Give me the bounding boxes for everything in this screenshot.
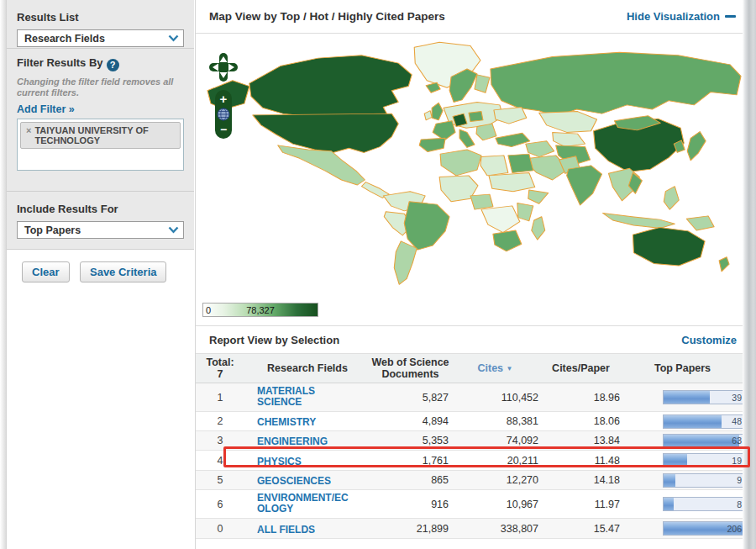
map-region-north-africa[interactable] [440,150,481,176]
map-region-libya[interactable] [480,156,508,176]
total-header: Total: 7 [196,354,244,383]
help-icon[interactable]: ? [107,59,119,71]
map-region-indonesia[interactable] [603,213,675,228]
map-region-usa[interactable] [253,113,398,152]
map-region-mexico[interactable] [278,145,365,185]
close-icon[interactable]: × [26,125,31,135]
top-papers-value: 39 [732,393,742,403]
map-region-egypt[interactable] [508,154,533,172]
docs-cell: 5,827 [370,392,450,404]
map-region-russia[interactable] [491,52,741,116]
map-region-nigeria[interactable] [470,194,493,209]
field-link[interactable]: ALL FIELDS [257,525,315,536]
map-region-ethiopia[interactable] [528,190,549,203]
hide-visualization-link[interactable]: Hide Visualization [627,10,736,23]
filter-heading-text: Filter Results By [17,56,103,69]
sidebar: Results List Research Fields Filter Resu… [7,0,194,549]
column-header-top-papers[interactable]: Top Papers [622,360,743,377]
field-link[interactable]: GEOSCIENCES [257,476,331,487]
zoom-control[interactable]: + − [215,90,232,139]
save-criteria-button[interactable]: Save Criteria [80,261,167,282]
map-region-iceland[interactable] [426,82,440,92]
map-region-italy[interactable] [459,129,475,147]
vertical-scrollbar[interactable] [743,0,756,549]
docs-cell: 5,353 [370,435,450,446]
results-list-heading: Results List [17,11,184,24]
docs-cell: 1,761 [370,455,450,467]
column-header-wos-documents[interactable]: Web of Science Documents [370,354,450,383]
top-papers-bar: 63 [663,434,743,448]
table-row: 2 CHEMISTRY 4,894 88,381 18.06 48 [196,412,743,431]
map-region-madagascar[interactable] [532,217,545,240]
zoom-in-icon[interactable]: + [220,92,228,106]
map-region-central-africa[interactable] [481,206,520,233]
world-choropleth-map [201,39,745,291]
map-region-ireland[interactable] [424,111,432,120]
map-region-argentina[interactable] [394,241,417,284]
filter-heading: Filter Results By? [17,56,184,71]
column-header-research-fields[interactable]: Research Fields [244,360,370,377]
zoom-out-icon[interactable]: − [220,123,227,136]
cites-per-paper-cell: 11.97 [540,499,622,510]
top-papers-value: 9 [737,475,742,485]
results-list-dropdown[interactable]: Research Fields [17,29,184,47]
map-region-sudan-band[interactable] [489,172,535,191]
column-header-cites-per-paper[interactable]: Cites/Paper [540,360,622,377]
rank-cell: 0 [196,523,244,535]
map-region-poland[interactable] [469,112,483,122]
total-value: 7 [196,368,244,380]
add-filter-link[interactable]: Add Filter » [17,103,75,115]
filter-tag: × TAIYUAN UNIVERSITY OF TECHNOLOGY [20,122,181,149]
top-papers-value: 19 [732,456,742,466]
include-results-dropdown[interactable]: Top Papers [17,221,184,239]
map-region-png[interactable] [686,216,714,230]
map-region-new-zealand[interactable] [719,257,729,272]
map-legend: 0 78,327 [202,303,318,317]
map-region-brazil[interactable] [404,202,449,250]
map-region-balkans[interactable] [476,124,496,140]
map-region-japan[interactable] [687,132,706,161]
clear-button[interactable]: Clear [22,261,70,282]
field-link[interactable]: CHEMISTRY [257,417,316,428]
field-link[interactable]: PHYSICS [257,457,302,467]
map-region-middle-east[interactable] [526,141,554,157]
map-region-turkey[interactable] [496,133,530,146]
pan-control[interactable] [209,53,238,82]
include-results-heading: Include Results For [17,203,184,215]
cites-cell: 110,452 [450,392,540,404]
map-region-canada[interactable] [249,55,412,119]
table-row: 5 GEOSCIENCES 865 12,270 14.18 9 [196,471,743,490]
field-link[interactable]: ENGINEERING [257,436,328,447]
filter-tag-label: TAIYUAN UNIVERSITY OF TECHNOLOGY [34,125,176,145]
map-region-uk[interactable] [432,103,443,120]
filter-section: Filter Results By? Changing the filter f… [7,49,194,192]
report-view-title: Report View by Selection [209,334,339,346]
map-region-australia[interactable] [633,228,705,266]
top-papers-value: 8 [737,499,742,509]
table-row: 3 ENGINEERING 5,353 74,092 13.84 63 [196,431,743,451]
map-region-finland[interactable] [475,75,490,92]
include-results-value: Top Papers [24,224,81,236]
column-header-cites[interactable]: Cites ▼ [450,360,540,377]
rank-cell: 4 [196,455,244,467]
active-filters-box: × TAIYUAN UNIVERSITY OF TECHNOLOGY [17,119,184,171]
report-header: Report View by Selection Customize [196,325,743,353]
field-link[interactable]: ENVIRONMENT/ECOLOGY [257,493,351,515]
customize-link[interactable]: Customize [681,334,737,346]
map-region-kazakhstan[interactable] [539,112,597,133]
map-region-east-africa[interactable] [517,203,533,220]
rank-cell: 3 [196,435,244,446]
table-row: 1 MATERIALS SCIENCE 5,827 110,452 18.96 … [196,383,743,412]
table-row-highlighted: 4 PHYSICS 1,761 20,211 11.48 19 [196,451,743,471]
map-region-central-asia[interactable] [553,132,585,146]
map-region-france[interactable] [433,121,455,140]
map-region-spain[interactable] [419,138,445,151]
top-papers-bar: 9 [663,473,743,488]
map-region-india[interactable] [567,166,602,205]
table-row: 6 ENVIRONMENT/ECOLOGY 916 10,967 11.97 8 [196,490,743,519]
map-region-ukraine[interactable] [494,107,527,124]
top-papers-bar: 48 [663,414,743,429]
field-link[interactable]: MATERIALS SCIENCE [257,386,351,408]
map-region-south-africa[interactable] [493,230,522,251]
map-region-philippines[interactable] [664,187,679,209]
